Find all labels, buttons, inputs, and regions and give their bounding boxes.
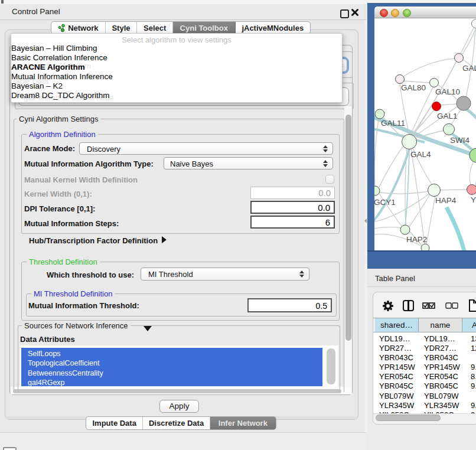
svg-text:HAP4: HAP4 <box>435 196 457 205</box>
svg-text:GAL7: GAL7 <box>462 64 476 73</box>
svg-text:GAL1: GAL1 <box>437 112 458 120</box>
svg-text:YEL: YEL <box>471 195 476 204</box>
svg-text:GAL4: GAL4 <box>410 150 431 159</box>
svg-text:HAP2: HAP2 <box>406 235 427 244</box>
svg-text:GAL80: GAL80 <box>401 83 426 92</box>
svg-text:SWI4: SWI4 <box>450 136 470 145</box>
svg-text:GCY1: GCY1 <box>374 198 396 207</box>
svg-text:GAL11: GAL11 <box>381 119 405 128</box>
svg-text:GAL10: GAL10 <box>435 87 460 96</box>
